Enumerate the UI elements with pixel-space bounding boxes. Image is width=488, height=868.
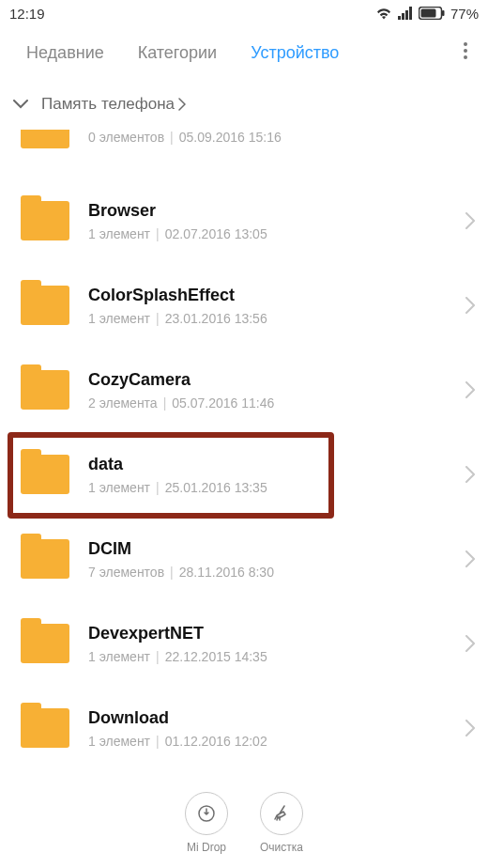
midrop-label: Mi Drop — [187, 841, 226, 854]
folder-name: ColorSplashEffect — [88, 286, 465, 305]
clean-action[interactable]: Очистка — [260, 792, 303, 854]
broom-icon — [260, 792, 303, 835]
tab-categories[interactable]: Категории — [121, 26, 234, 79]
folder-name: data — [88, 455, 465, 474]
folder-info: Browser 1 элемент|02.07.2016 13:05 — [88, 201, 465, 241]
folder-icon — [21, 624, 69, 663]
status-bar: 12:19 77% — [0, 0, 488, 26]
folder-meta: 1 элемент|22.12.2015 14:35 — [88, 649, 465, 664]
battery-percent: 77% — [450, 6, 479, 22]
folder-icon — [21, 130, 69, 148]
folder-icon — [21, 201, 69, 240]
folder-icon — [21, 286, 69, 325]
chevron-down-icon — [13, 100, 28, 109]
folder-name: DCIM — [88, 539, 465, 559]
folder-name: Download — [88, 708, 465, 728]
svg-point-3 — [464, 42, 467, 46]
svg-rect-2 — [442, 10, 445, 16]
folder-meta: 1 элемент|25.01.2016 13:35 — [88, 480, 465, 495]
folder-row[interactable]: Browser 1 элемент|02.07.2016 13:05 — [0, 178, 488, 263]
folder-info: data 1 элемент|25.01.2016 13:35 — [88, 455, 465, 495]
more-menu-button[interactable] — [452, 42, 479, 63]
midrop-action[interactable]: Mi Drop — [185, 792, 228, 854]
folder-list: 0 элементов|05.09.2016 15:16 Browser 1 э… — [0, 130, 488, 770]
folder-info: DCIM 7 элементов|28.11.2016 8:30 — [88, 539, 465, 580]
folder-row[interactable]: DevexpertNET 1 элемент|22.12.2015 14:35 — [0, 601, 488, 686]
status-time: 12:19 — [9, 6, 45, 22]
folder-icon — [21, 539, 69, 579]
folder-row[interactable]: Download 1 элемент|01.12.2016 12:02 — [0, 686, 488, 770]
signal-icon — [398, 7, 413, 20]
status-icons: 77% — [375, 6, 479, 22]
battery-icon — [419, 7, 445, 20]
chevron-right-icon — [465, 381, 475, 398]
folder-meta: 2 элемента|05.07.2016 11:46 — [88, 395, 465, 411]
breadcrumb[interactable]: Память телефона — [0, 79, 488, 130]
wifi-icon — [375, 7, 392, 20]
folder-icon — [21, 455, 69, 494]
svg-point-4 — [464, 49, 467, 53]
folder-meta: 1 элемент|23.01.2016 13:56 — [88, 311, 465, 326]
folder-meta: 1 элемент|02.07.2016 13:05 — [88, 226, 465, 241]
bottom-action-bar: Mi Drop Очистка — [0, 778, 488, 868]
chevron-right-icon — [178, 98, 186, 111]
folder-row[interactable]: 0 элементов|05.09.2016 15:16 — [0, 130, 488, 178]
tab-bar: Недавние Категории Устройство — [0, 26, 488, 79]
clean-label: Очистка — [260, 841, 303, 854]
folder-meta: 7 элементов|28.11.2016 8:30 — [88, 565, 465, 580]
folder-meta: 1 элемент|01.12.2016 12:02 — [88, 734, 465, 749]
folder-name: DevexpertNET — [88, 624, 465, 643]
chevron-right-icon — [465, 550, 475, 567]
chevron-right-icon — [465, 466, 475, 483]
folder-row[interactable]: ColorSplashEffect 1 элемент|23.01.2016 1… — [0, 263, 488, 348]
folder-meta: 0 элементов|05.09.2016 15:16 — [88, 130, 475, 145]
breadcrumb-label: Память телефона — [41, 95, 186, 114]
folder-info: Download 1 элемент|01.12.2016 12:02 — [88, 708, 465, 749]
midrop-icon — [185, 792, 228, 835]
more-vertical-icon — [464, 42, 467, 59]
folder-name: Browser — [88, 201, 465, 221]
chevron-right-icon — [465, 720, 475, 736]
folder-info: ColorSplashEffect 1 элемент|23.01.2016 1… — [88, 286, 465, 326]
tab-recent[interactable]: Недавние — [9, 26, 121, 79]
svg-rect-1 — [420, 9, 435, 18]
folder-icon — [21, 708, 69, 748]
folder-row[interactable]: CozyCamera 2 элемента|05.07.2016 11:46 — [0, 348, 488, 432]
folder-row[interactable]: DCIM 7 элементов|28.11.2016 8:30 — [0, 517, 488, 601]
folder-info: DevexpertNET 1 элемент|22.12.2015 14:35 — [88, 624, 465, 664]
tab-device[interactable]: Устройство — [234, 26, 356, 79]
chevron-right-icon — [465, 635, 475, 652]
svg-point-5 — [464, 55, 467, 59]
chevron-right-icon — [465, 297, 475, 314]
folder-icon — [21, 370, 69, 410]
folder-info: 0 элементов|05.09.2016 15:16 — [88, 130, 475, 145]
folder-name: CozyCamera — [88, 370, 465, 390]
folder-info: CozyCamera 2 элемента|05.07.2016 11:46 — [88, 370, 465, 411]
folder-row[interactable]: data 1 элемент|25.01.2016 13:35 — [0, 432, 488, 517]
chevron-right-icon — [465, 212, 475, 229]
